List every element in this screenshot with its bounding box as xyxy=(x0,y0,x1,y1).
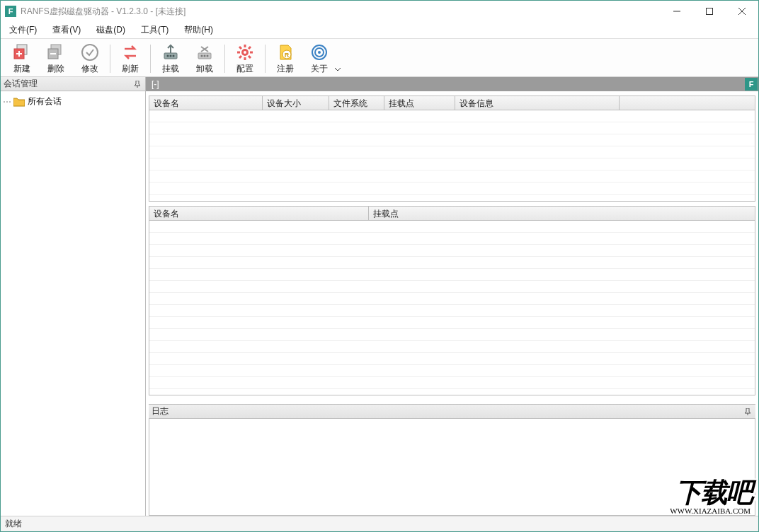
config-label: 配置 xyxy=(236,63,253,75)
modify-label: 修改 xyxy=(81,63,98,75)
table-row xyxy=(149,183,755,195)
svg-point-13 xyxy=(207,54,209,57)
delete-button[interactable]: 删除 xyxy=(39,41,73,76)
log-panel-title: 日志 xyxy=(152,405,169,417)
menu-file[interactable]: 文件(F) xyxy=(6,23,40,37)
svg-point-5 xyxy=(82,45,98,60)
table-row xyxy=(149,281,755,293)
close-button[interactable] xyxy=(726,1,758,22)
refresh-icon xyxy=(120,42,140,62)
chevron-down-icon xyxy=(335,66,341,72)
log-body[interactable] xyxy=(149,419,755,516)
refresh-button[interactable]: 刷新 xyxy=(113,41,147,76)
unmount-icon xyxy=(195,42,215,62)
table-row xyxy=(149,245,755,257)
menu-help[interactable]: 帮助(H) xyxy=(181,23,216,37)
tab-bar: [-] F xyxy=(146,77,758,91)
app-icon: F xyxy=(5,6,16,17)
unmount-label: 卸载 xyxy=(196,63,213,75)
mount-grid-body[interactable] xyxy=(149,221,755,395)
tab-unconnected[interactable]: [-] xyxy=(146,79,165,89)
col-mountpoint[interactable]: 挂载点 xyxy=(384,96,455,110)
new-icon xyxy=(12,42,32,62)
new-button[interactable]: 新建 xyxy=(5,41,39,76)
svg-text:R: R xyxy=(285,52,290,59)
unmount-button[interactable]: 卸载 xyxy=(188,41,222,76)
table-row xyxy=(149,134,755,146)
menu-bar: 文件(F) 查看(V) 磁盘(D) 工具(T) 帮助(H) xyxy=(1,22,758,39)
toolbar: 新建 删除 修改 刷新 挂载 xyxy=(1,39,758,77)
log-panel-header: 日志 xyxy=(149,405,755,419)
pin-button[interactable] xyxy=(132,79,142,89)
svg-rect-0 xyxy=(707,8,713,15)
table-row xyxy=(149,305,755,317)
mount-button[interactable]: 挂载 xyxy=(154,41,188,76)
minimize-button[interactable] xyxy=(661,1,693,22)
pin-icon xyxy=(744,408,751,415)
col2-device-name[interactable]: 设备名 xyxy=(149,207,369,220)
col-device-info[interactable]: 设备信息 xyxy=(455,96,620,110)
table-row xyxy=(149,353,755,365)
maximize-icon xyxy=(706,8,713,15)
toolbar-overflow[interactable] xyxy=(335,41,341,76)
tree-root-label: 所有会话 xyxy=(28,96,62,108)
toolbar-separator xyxy=(110,45,110,73)
title-bar: F RANFS虚拟磁盘驱动器 - V1.2.3.0 - [未连接] xyxy=(1,1,758,22)
modify-button[interactable]: 修改 xyxy=(73,41,107,76)
table-row xyxy=(149,365,755,377)
col-device-size[interactable]: 设备大小 xyxy=(263,96,329,110)
table-row xyxy=(149,257,755,269)
device-grid-body[interactable] xyxy=(149,110,755,201)
register-button[interactable]: R 注册 xyxy=(268,41,302,76)
menu-view[interactable]: 查看(V) xyxy=(50,23,84,37)
main-window: F RANFS虚拟磁盘驱动器 - V1.2.3.0 - [未连接] 文件(F) … xyxy=(0,0,759,532)
col-spacer xyxy=(620,96,755,110)
tree-root-item[interactable]: ⋯ 所有会话 xyxy=(2,94,144,109)
table-row xyxy=(149,341,755,353)
session-tree[interactable]: ⋯ 所有会话 xyxy=(1,91,145,516)
table-row xyxy=(149,293,755,305)
table-row xyxy=(149,269,755,281)
log-pin-button[interactable] xyxy=(743,407,753,417)
grids-container: 设备名 设备大小 文件系统 挂载点 设备信息 xyxy=(146,91,758,516)
config-button[interactable]: 配置 xyxy=(228,41,262,76)
register-label: 注册 xyxy=(277,63,294,75)
svg-point-12 xyxy=(204,54,206,57)
table-row xyxy=(149,122,755,134)
main-area: 会话管理 ⋯ 所有会话 [-] F xyxy=(1,77,758,516)
toolbar-separator xyxy=(150,45,151,73)
col2-mountpoint[interactable]: 挂载点 xyxy=(369,207,755,220)
session-panel-title: 会话管理 xyxy=(4,78,38,90)
register-icon: R xyxy=(275,42,295,62)
col-filesystem[interactable]: 文件系统 xyxy=(329,96,384,110)
table-row xyxy=(149,158,755,170)
table-row xyxy=(149,329,755,341)
mount-grid-header: 设备名 挂载点 xyxy=(149,207,755,221)
window-title: RANFS虚拟磁盘驱动器 - V1.2.3.0 - [未连接] xyxy=(21,6,661,18)
menu-tool[interactable]: 工具(T) xyxy=(138,23,171,37)
log-panel: 日志 xyxy=(149,404,755,516)
status-text: 就绪 xyxy=(5,518,22,530)
about-button[interactable]: 关于 xyxy=(302,41,336,76)
col-device-name[interactable]: 设备名 xyxy=(149,96,263,110)
close-icon xyxy=(738,8,746,15)
mount-label: 挂载 xyxy=(162,63,179,75)
svg-point-8 xyxy=(170,54,172,57)
about-label: 关于 xyxy=(311,63,328,75)
refresh-label: 刷新 xyxy=(122,63,139,75)
svg-point-15 xyxy=(244,51,246,54)
table-row xyxy=(149,221,755,233)
svg-point-7 xyxy=(167,54,169,57)
minimize-icon xyxy=(673,8,680,15)
menu-disk[interactable]: 磁盘(D) xyxy=(93,23,128,37)
session-panel-header: 会话管理 xyxy=(1,77,145,91)
modify-icon xyxy=(80,42,100,62)
pin-icon xyxy=(134,81,141,88)
table-row xyxy=(149,170,755,183)
device-grid: 设备名 设备大小 文件系统 挂载点 设备信息 xyxy=(149,96,755,202)
config-icon xyxy=(235,42,255,62)
tab-app-icon: F xyxy=(745,78,758,91)
maximize-button[interactable] xyxy=(693,1,726,22)
table-row xyxy=(149,110,755,122)
status-bar: 就绪 xyxy=(1,516,758,531)
